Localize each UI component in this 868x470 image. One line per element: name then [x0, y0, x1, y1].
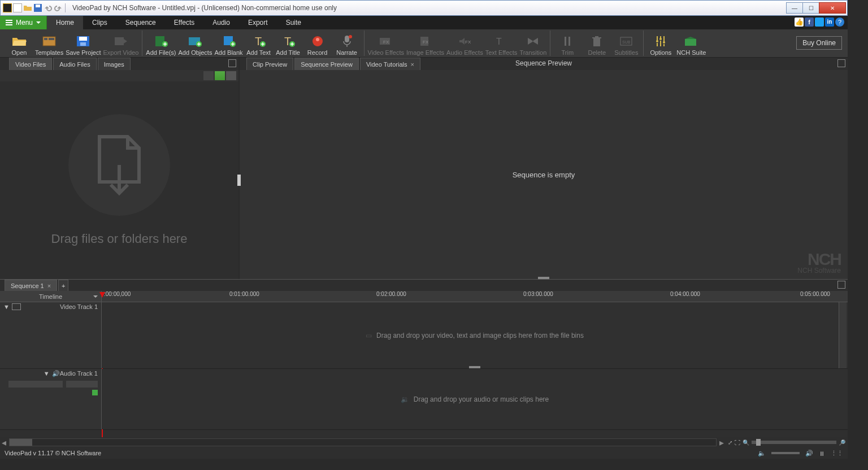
video-effects-button[interactable]: FXVideo Effects	[368, 33, 404, 56]
tab-home[interactable]: Home	[47, 16, 83, 29]
timeline-tab-seq1[interactable]: Sequence 1×	[5, 280, 57, 291]
vscrollbar[interactable]	[839, 302, 847, 368]
bin-view-icon[interactable]	[226, 71, 236, 80]
subtitles-button[interactable]: SUBSubtitles	[613, 33, 640, 56]
narrate-button[interactable]: Narrate	[333, 33, 361, 56]
tab-suite[interactable]: Suite	[277, 16, 310, 29]
tab-export[interactable]: Export	[239, 16, 277, 29]
snap-icon[interactable]: ⤢	[728, 439, 732, 446]
timeline-ticks[interactable]: :00:00,000 0:01:00.000 0:02:00.000 0:03:…	[102, 291, 848, 302]
chevron-down-icon[interactable]: ▼	[44, 370, 50, 377]
templates-button[interactable]: Templates	[35, 33, 63, 56]
equalizer-icon[interactable]: ⫼	[819, 450, 825, 456]
options-button[interactable]: Options	[647, 33, 674, 56]
bin-tab-images[interactable]: Images	[98, 58, 131, 70]
splitter-handle[interactable]	[237, 175, 241, 186]
linkedin-icon[interactable]: in	[825, 18, 834, 27]
track-resize-handle[interactable]	[469, 366, 480, 368]
video-track-body[interactable]: ▭ Drag and drop your video, text and ima…	[102, 302, 848, 368]
restore-preview-icon[interactable]	[837, 59, 845, 67]
svg-point-35	[663, 41, 665, 43]
tab-clips[interactable]: Clips	[83, 16, 116, 29]
bin-tab-video[interactable]: Video Files	[9, 58, 52, 70]
splitter-handle-h[interactable]	[538, 277, 549, 279]
svg-text:FX: FX	[383, 40, 389, 45]
nch-suite-button[interactable]: NCH Suite	[676, 33, 706, 56]
scroll-left-icon[interactable]: ◂	[0, 437, 8, 448]
scroll-right-icon[interactable]: ▸	[718, 437, 726, 448]
add-text-button[interactable]: TAdd Text	[245, 33, 272, 56]
track-visibility-icon[interactable]	[12, 303, 21, 310]
fit-icon[interactable]: ⛶	[735, 439, 740, 446]
redo-icon[interactable]	[54, 3, 63, 12]
zoom-out-icon[interactable]: 🔍	[743, 439, 749, 446]
preview-viewport: Sequence is empty NCH NCH Software	[240, 70, 848, 279]
buy-online-button[interactable]: Buy Online	[796, 36, 842, 50]
bin-delete-icon[interactable]	[203, 71, 214, 80]
chevron-down-icon[interactable]: ▼	[3, 303, 10, 310]
undo-icon[interactable]	[44, 3, 53, 12]
settings-grip-icon[interactable]: ⋮⋮	[831, 450, 843, 457]
add-blank-button[interactable]: Add Blank	[214, 33, 242, 56]
save-project-button[interactable]: Save Project	[66, 33, 101, 56]
thumbs-up-icon[interactable]: 👍	[795, 18, 804, 27]
new-icon[interactable]	[13, 3, 22, 12]
close-button[interactable]: ✕	[819, 2, 846, 14]
image-fx-icon: FX	[418, 34, 433, 49]
add-text-icon: T	[251, 34, 266, 49]
timeline-ruler[interactable]: Timeline :00:00,000 0:01:00.000 0:02:00.…	[0, 291, 848, 302]
volume-up-icon[interactable]: 🔊	[805, 450, 813, 457]
trim-button[interactable]: Trim	[554, 33, 581, 56]
restore-timeline-icon[interactable]	[837, 281, 845, 289]
file-drop-icon	[68, 114, 170, 216]
zoom-in-icon[interactable]: 🔎	[839, 439, 845, 446]
zoom-thumb[interactable]	[756, 439, 761, 446]
volume-slider[interactable]	[771, 452, 800, 454]
restore-pane-icon[interactable]	[228, 59, 236, 67]
export-video-button[interactable]: Export Video	[103, 33, 139, 56]
track-solo-icon[interactable]	[92, 390, 98, 395]
bin-placeholder: Drag files or folders here	[51, 232, 188, 246]
preview-tab-tutorials[interactable]: Video Tutorials×	[360, 58, 420, 70]
tick: 0:04:00.000	[670, 291, 700, 297]
speaker-icon[interactable]: 🔊	[52, 370, 60, 377]
add-title-button[interactable]: TAdd Title	[275, 33, 302, 56]
facebook-icon[interactable]: f	[805, 18, 814, 27]
video-track-header[interactable]: ▼ Video Track 1	[0, 302, 102, 368]
timeline-hscrollbar[interactable]	[9, 438, 717, 446]
save-icon[interactable]	[33, 3, 42, 12]
delete-button[interactable]: Delete	[583, 33, 610, 56]
minimize-button[interactable]: —	[786, 2, 803, 14]
close-seq-icon[interactable]: ×	[47, 282, 51, 289]
timeline-mode-selector[interactable]: Timeline	[0, 291, 102, 302]
close-tab-icon[interactable]: ×	[410, 61, 414, 68]
tab-audio[interactable]: Audio	[203, 16, 239, 29]
preview-tab-sequence[interactable]: Sequence Preview	[294, 58, 359, 70]
image-effects-button[interactable]: FXImage Effects	[406, 33, 444, 56]
open-button[interactable]: Open	[6, 33, 33, 56]
open-icon[interactable]	[23, 3, 32, 12]
volume-down-icon[interactable]: 🔈	[758, 450, 766, 457]
maximize-button[interactable]: ☐	[802, 2, 819, 14]
record-button[interactable]: Record	[304, 33, 331, 56]
text-fx-icon: T	[494, 34, 509, 49]
bin-add-icon[interactable]	[215, 71, 225, 80]
text-effects-button[interactable]: TText Effects	[485, 33, 518, 56]
menu-button[interactable]: Menu	[0, 16, 47, 29]
bin-dropzone[interactable]: Drag files or folders here	[0, 81, 238, 279]
tab-effects[interactable]: Effects	[165, 16, 203, 29]
audio-effects-button[interactable]: FXAudio Effects	[446, 33, 483, 56]
audio-track-body[interactable]: 🔉 Drag and drop your audio or music clip…	[102, 369, 848, 429]
preview-tab-clip[interactable]: Clip Preview	[246, 58, 293, 70]
audio-track-header[interactable]: ▼ 🔊 Audio Track 1	[0, 369, 102, 429]
twitter-icon[interactable]	[815, 18, 824, 27]
add-files-button[interactable]: Add File(s)	[146, 33, 176, 56]
zoom-slider[interactable]	[752, 441, 836, 444]
add-objects-button[interactable]: Add Objects	[179, 33, 212, 56]
bin-tab-audio[interactable]: Audio Files	[53, 58, 96, 70]
tab-sequence[interactable]: Sequence	[116, 16, 165, 29]
scrollbar-thumb[interactable]	[10, 439, 32, 446]
help-icon[interactable]: ?	[835, 18, 844, 27]
timeline-add-tab[interactable]: +	[58, 280, 68, 291]
transition-button[interactable]: Transition	[519, 33, 546, 56]
